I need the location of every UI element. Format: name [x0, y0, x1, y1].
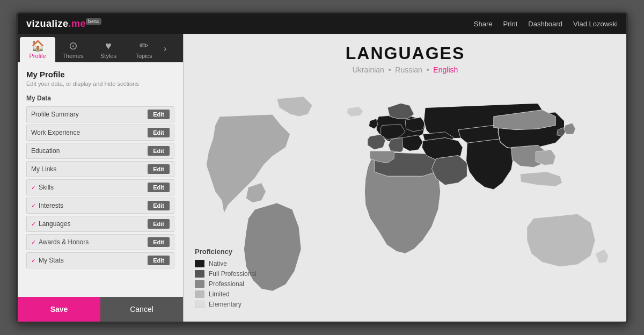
- edit-skills[interactable]: Edit: [148, 183, 170, 192]
- nav-dashboard[interactable]: Dashboard: [528, 20, 562, 28]
- nav-user[interactable]: Vlad Lozowski: [573, 20, 618, 28]
- navbar-links: Share Print Dashboard Vlad Lozowski: [474, 20, 618, 28]
- navbar: vizualize.mebeta Share Print Dashboard V…: [18, 13, 626, 34]
- edit-profile-summary[interactable]: Edit: [148, 110, 170, 119]
- swatch-professional: [195, 280, 204, 288]
- profile-title: My Profile: [26, 70, 174, 79]
- tab-nav: 🏠 Profile ⊙ Themes ♥ Styles ✏ Topics ›: [18, 34, 183, 62]
- edit-work-experience[interactable]: Edit: [148, 128, 170, 137]
- row-label-work-experience: Work Experience: [31, 129, 80, 136]
- highlight-english: English: [433, 65, 458, 74]
- map-container: Proficiency Native Full Professional Pro…: [184, 79, 626, 322]
- sidebar-footer: Save Cancel: [18, 297, 183, 322]
- swatch-elementary: [195, 301, 204, 308]
- sidebar: 🏠 Profile ⊙ Themes ♥ Styles ✏ Topics ›: [18, 34, 184, 322]
- row-skills: ✓ Skills Edit: [26, 179, 174, 195]
- tab-topics[interactable]: ✏ Topics: [126, 37, 162, 62]
- section-label: My Data: [26, 94, 174, 102]
- row-languages: ✓ Languages Edit: [26, 216, 174, 232]
- row-awards: ✓ Awards & Honors Edit: [26, 234, 174, 250]
- row-label-profile-summary: Profile Summary: [31, 111, 79, 118]
- label-limited: Limited: [209, 290, 230, 298]
- label-elementary: Elementary: [209, 301, 241, 308]
- swatch-native: [195, 260, 204, 267]
- legend-limited: Limited: [195, 290, 257, 298]
- row-label-my-links: My Links: [31, 165, 56, 173]
- legend-professional: Professional: [195, 280, 257, 288]
- main-area: 🏠 Profile ⊙ Themes ♥ Styles ✏ Topics ›: [18, 34, 626, 322]
- tab-profile[interactable]: 🏠 Profile: [20, 37, 55, 62]
- row-label-interests: ✓ Interests: [31, 202, 63, 209]
- themes-icon: ⊙: [69, 40, 78, 51]
- tab-themes-label: Themes: [62, 53, 84, 59]
- languages-title: LANGUAGES: [346, 43, 465, 63]
- row-label-my-stats: ✓ My Stats: [31, 257, 64, 264]
- swatch-full-professional: [195, 270, 204, 278]
- tab-styles[interactable]: ♥ Styles: [91, 37, 126, 62]
- row-my-links: My Links Edit: [26, 161, 174, 177]
- row-profile-summary: Profile Summary Edit: [26, 106, 174, 122]
- tab-profile-label: Profile: [29, 53, 46, 59]
- tab-topics-label: Topics: [135, 53, 152, 59]
- edit-interests[interactable]: Edit: [148, 201, 170, 210]
- legend-native: Native: [195, 260, 257, 267]
- topics-icon: ✏: [140, 40, 149, 51]
- check-languages: ✓: [31, 221, 36, 228]
- check-interests: ✓: [31, 202, 36, 209]
- label-native: Native: [209, 260, 227, 267]
- check-skills: ✓: [31, 184, 36, 191]
- row-my-stats: ✓ My Stats Edit: [26, 252, 174, 268]
- label-professional: Professional: [209, 280, 244, 288]
- edit-my-links[interactable]: Edit: [148, 164, 170, 174]
- proficiency-legend: Proficiency Native Full Professional Pro…: [195, 247, 257, 311]
- label-full-professional: Full Professional: [209, 270, 257, 278]
- profile-subtitle: Edit your data, or display and hide sect…: [26, 81, 174, 87]
- beta-badge: beta: [86, 18, 101, 25]
- profile-icon: 🏠: [31, 40, 45, 51]
- save-button[interactable]: Save: [18, 297, 100, 322]
- row-label-awards: ✓ Awards & Honors: [31, 238, 89, 246]
- app-window: vizualize.mebeta Share Print Dashboard V…: [16, 12, 628, 323]
- swatch-limited: [195, 290, 204, 298]
- brand-text: vizualize.mebeta: [26, 18, 101, 30]
- tab-themes[interactable]: ⊙ Themes: [55, 37, 91, 62]
- tab-next-arrow[interactable]: ›: [162, 44, 169, 54]
- languages-subtitle: Ukrainian • Russian • English: [353, 65, 458, 74]
- edit-languages[interactable]: Edit: [148, 219, 170, 229]
- edit-my-stats[interactable]: Edit: [148, 256, 170, 265]
- row-label-skills: ✓ Skills: [31, 184, 54, 191]
- edit-education[interactable]: Edit: [148, 146, 170, 156]
- row-label-languages: ✓ Languages: [31, 220, 70, 228]
- row-work-experience: Work Experience Edit: [26, 125, 174, 141]
- legend-full-professional: Full Professional: [195, 270, 257, 278]
- tab-styles-label: Styles: [100, 53, 116, 59]
- row-education: Education Edit: [26, 143, 174, 159]
- sidebar-content: My Profile Edit your data, or display an…: [18, 62, 183, 297]
- row-interests: ✓ Interests Edit: [26, 198, 174, 214]
- proficiency-title: Proficiency: [195, 247, 257, 256]
- cancel-button[interactable]: Cancel: [100, 297, 183, 322]
- content-area: LANGUAGES Ukrainian • Russian • English: [184, 34, 626, 322]
- row-label-education: Education: [31, 147, 60, 155]
- edit-awards[interactable]: Edit: [148, 237, 170, 247]
- brand: vizualize.mebeta: [26, 18, 101, 30]
- check-my-stats: ✓: [31, 257, 36, 264]
- nav-print[interactable]: Print: [503, 20, 518, 28]
- nav-share[interactable]: Share: [474, 20, 493, 28]
- legend-elementary: Elementary: [195, 301, 257, 308]
- styles-icon: ♥: [105, 40, 112, 51]
- check-awards: ✓: [31, 239, 36, 246]
